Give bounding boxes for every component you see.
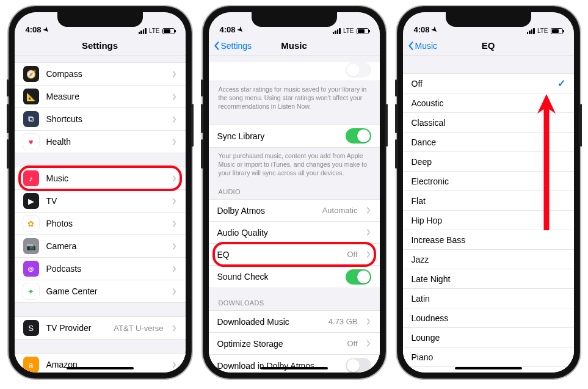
row-dolby-atmos[interactable]: Dolby Atmos Automatic (209, 200, 380, 222)
eq-option-off[interactable]: Off ✓ (403, 74, 574, 93)
star-ratings-row[interactable] (209, 62, 380, 81)
settings-row-shortcuts[interactable]: ⧉ Shortcuts (15, 108, 186, 131)
music-settings[interactable]: Access star ratings for music saved to y… (209, 56, 380, 373)
settings-row-podcasts[interactable]: ⊚ Podcasts (15, 258, 186, 280)
settings-row-health[interactable]: ♥ Health (15, 131, 186, 153)
settings-row-camera[interactable]: 📷 Camera (15, 235, 186, 258)
battery-icon (551, 28, 563, 34)
chevron-right-icon (172, 175, 177, 182)
page-title: EQ (482, 40, 495, 51)
settings-row-game-center[interactable]: ✦ Game Center (15, 280, 186, 302)
home-indicator[interactable] (67, 367, 134, 369)
sound-check-toggle[interactable] (346, 269, 371, 285)
camera-icon: 📷 (23, 238, 39, 254)
row-label: Music (46, 173, 165, 183)
battery-icon (162, 28, 175, 34)
eq-option-acoustic[interactable]: Acoustic (403, 93, 574, 113)
settings-list[interactable]: 🧭 Compass 📐 Measure ⧉ Shortcuts ♥ Health (15, 56, 186, 373)
eq-option-jazz[interactable]: Jazz (403, 250, 574, 269)
row-label: Podcasts (46, 264, 165, 274)
sync-library-toggle[interactable] (346, 128, 371, 144)
eq-option-loudness[interactable]: Loudness (403, 308, 574, 328)
row-sound-check[interactable]: Sound Check (209, 266, 380, 288)
chevron-right-icon (172, 325, 177, 332)
footer-text: Your purchased music, content you add fr… (209, 148, 380, 178)
back-button[interactable]: Music (408, 41, 438, 51)
game-center-icon: ✦ (23, 283, 39, 299)
page-title: Music (281, 40, 307, 51)
settings-row-photos[interactable]: ✿ Photos (15, 213, 186, 235)
row-label: TV Provider (46, 323, 107, 333)
eq-option-piano[interactable]: Piano (403, 347, 574, 367)
eq-option-dance[interactable]: Dance (403, 133, 574, 152)
sync-library-row[interactable]: Sync Library (209, 125, 380, 147)
eq-option-late night[interactable]: Late Night (403, 269, 574, 289)
group-header-downloads: DOWNLOADS (209, 299, 380, 310)
chevron-right-icon (366, 207, 371, 214)
eq-option-hip hop[interactable]: Hip Hop (403, 211, 574, 230)
chevron-right-icon (172, 266, 177, 272)
chevron-right-icon (172, 362, 177, 368)
row-label: Game Center (46, 286, 165, 296)
row-audio-quality[interactable]: Audio Quality (209, 222, 380, 244)
health-icon: ♥ (23, 134, 39, 150)
music-icon: ♪ (23, 170, 39, 186)
row-label: TV (46, 196, 165, 206)
eq-option-flat[interactable]: Flat (403, 191, 574, 211)
eq-option-increase bass[interactable]: Increase Bass (403, 230, 574, 250)
eq-list[interactable]: Off ✓ Acoustic Classical Dance Deep Elec… (403, 56, 574, 373)
navbar: Settings Music (209, 35, 380, 56)
location-icon: ➤ (429, 25, 439, 35)
settings-row-compass[interactable]: 🧭 Compass (15, 63, 186, 85)
row-label: Camera (46, 241, 165, 251)
eq-option-lounge[interactable]: Lounge (403, 328, 574, 347)
page-title: Settings (82, 40, 118, 51)
home-indicator[interactable] (455, 367, 522, 369)
signal-icon (527, 28, 535, 34)
row-downloaded-music[interactable]: Downloaded Music 4.73 GB (209, 311, 380, 333)
home-indicator[interactable] (261, 367, 328, 369)
compass-icon: 🧭 (23, 66, 39, 82)
row-label: Shortcuts (46, 114, 165, 124)
chevron-right-icon (172, 139, 177, 145)
chevron-right-icon (172, 243, 177, 250)
location-icon: ➤ (235, 25, 245, 35)
settings-row-measure[interactable]: 📐 Measure (15, 85, 186, 108)
eq-option-electronic[interactable]: Electronic (403, 172, 574, 191)
chevron-right-icon (366, 340, 371, 347)
chevron-right-icon (172, 93, 177, 100)
chevron-right-icon (366, 318, 371, 325)
signal-icon (333, 28, 341, 34)
row-label: Photos (46, 219, 165, 228)
chevron-right-icon (366, 251, 371, 258)
signal-icon (139, 28, 147, 34)
download-dolby-toggle[interactable] (346, 358, 371, 373)
amazon-icon: a (23, 357, 39, 373)
chevron-right-icon (172, 288, 177, 295)
photos-icon: ✿ (23, 216, 39, 231)
settings-row-tv[interactable]: ▶ TV (15, 190, 186, 213)
podcasts-icon: ⊚ (23, 261, 39, 277)
row-download-dolby[interactable]: Download in Dolby Atmos (209, 355, 380, 373)
eq-option-classical[interactable]: Classical (403, 113, 574, 133)
settings-row-tv-provider[interactable]: S TV Provider AT&T U-verse (15, 317, 186, 339)
measure-icon: 📐 (23, 89, 39, 104)
location-icon: ➤ (41, 25, 51, 35)
tv-icon: ▶ (23, 193, 39, 209)
eq-option-latin[interactable]: Latin (403, 289, 574, 308)
row-optimize-storage[interactable]: Optimize Storage Off (209, 333, 380, 355)
star-ratings-toggle[interactable] (346, 62, 371, 78)
row-value: AT&T U-verse (114, 324, 163, 333)
row-eq[interactable]: EQ Off (209, 244, 380, 266)
row-label: Measure (46, 92, 165, 101)
settings-row-music[interactable]: ♪ Music (15, 167, 186, 190)
battery-icon (357, 28, 369, 34)
eq-option-deep[interactable]: Deep (403, 152, 574, 172)
navbar: Settings (15, 35, 186, 56)
chevron-right-icon (172, 220, 177, 227)
settings-row-amazon[interactable]: a Amazon (15, 354, 186, 373)
row-label: Compass (46, 69, 165, 79)
chevron-right-icon (172, 198, 177, 205)
back-button[interactable]: Settings (214, 41, 252, 51)
footer-text: Access star ratings for music saved to y… (209, 81, 380, 111)
